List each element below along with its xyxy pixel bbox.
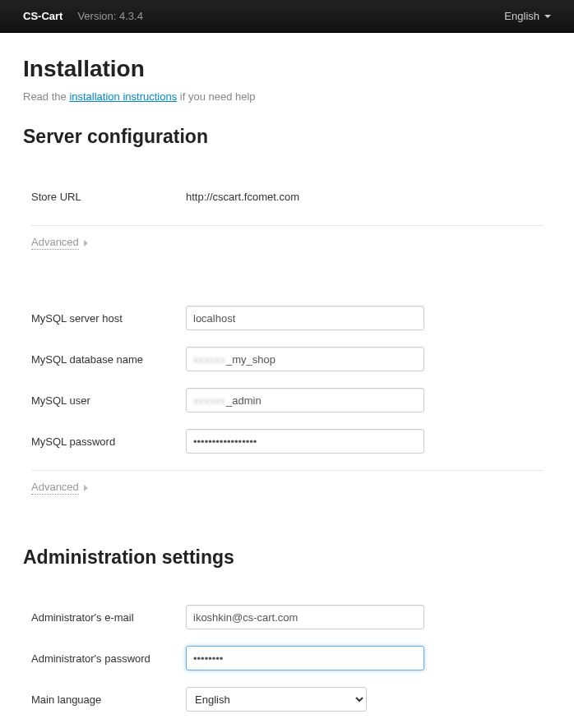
mysql-db-input[interactable]: xxxxxx_my_shop — [186, 347, 424, 371]
mysql-user-value: _admin — [226, 394, 262, 407]
subline-prefix: Read the — [23, 90, 69, 103]
install-instructions-link[interactable]: installation instructions — [69, 90, 177, 103]
store-url-label: Store URL — [31, 191, 186, 203]
main-lang-label: Main language — [31, 693, 186, 706]
mysql-host-label: MySQL server host — [31, 312, 186, 325]
advanced-toggle-2[interactable]: Advanced — [31, 481, 88, 495]
divider — [31, 470, 543, 471]
version-text: Version: 4.3.4 — [77, 10, 143, 22]
admin-email-input[interactable] — [186, 605, 424, 629]
mysql-host-input[interactable] — [186, 306, 424, 330]
main-lang-select[interactable]: English — [186, 687, 367, 712]
mysql-pass-label: MySQL password — [31, 435, 186, 448]
admin-pass-input[interactable] — [186, 646, 424, 670]
mysql-db-label: MySQL database name — [31, 353, 186, 366]
advanced-toggle-1[interactable]: Advanced — [31, 236, 88, 250]
mysql-user-prefix: xxxxxx — [193, 394, 225, 407]
advanced-label: Advanced — [31, 481, 79, 495]
subline-suffix: if you need help — [177, 90, 255, 103]
subline: Read the installation instructions if yo… — [23, 90, 551, 103]
chevron-right-icon — [84, 240, 88, 247]
mysql-db-value: _my_shop — [226, 353, 275, 366]
chevron-right-icon — [84, 485, 88, 491]
admin-pass-label: Administrator's password — [31, 652, 186, 665]
divider — [31, 225, 543, 226]
language-label: English — [504, 10, 539, 22]
language-selector[interactable]: English — [504, 10, 551, 22]
advanced-label: Advanced — [31, 236, 79, 250]
brand-name: CS-Cart — [23, 10, 62, 22]
admin-email-label: Administrator's e-mail — [31, 611, 186, 624]
mysql-user-input[interactable]: xxxxxx_admin — [186, 388, 424, 412]
mysql-db-prefix: xxxxxx — [193, 353, 225, 366]
section-title-server: Server configuration — [23, 126, 551, 148]
caret-down-icon — [544, 15, 551, 18]
top-bar: CS-Cart Version: 4.3.4 English — [0, 0, 574, 33]
page-title: Installation — [23, 56, 551, 82]
store-url-value: http://cscart.fcomet.com — [186, 191, 299, 203]
mysql-user-label: MySQL user — [31, 394, 186, 407]
mysql-pass-input[interactable] — [186, 429, 424, 454]
section-title-admin: Administration settings — [23, 546, 551, 569]
